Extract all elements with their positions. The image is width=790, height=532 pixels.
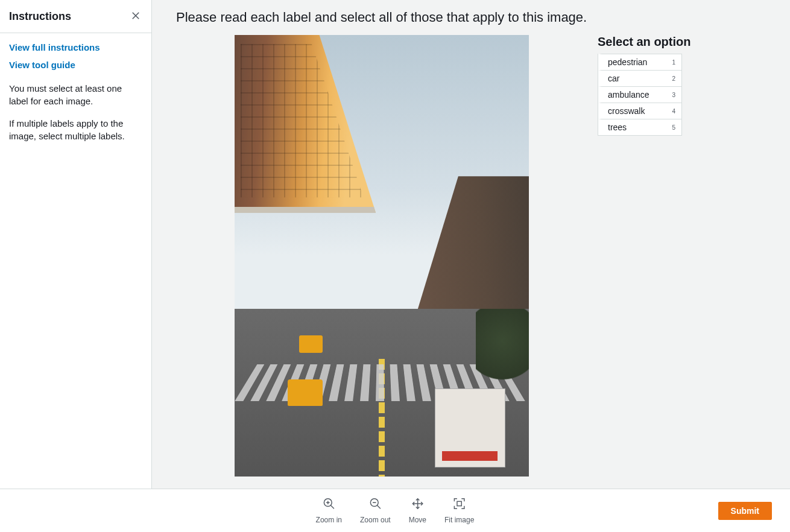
zoom-out-button[interactable]: Zoom out bbox=[358, 495, 393, 527]
options-list: pedestrian 1 car 2 ambulance 3 crosswalk… bbox=[598, 54, 682, 136]
instructions-sidebar: Instructions View full instructions View… bbox=[0, 0, 152, 489]
submit-button[interactable]: Submit bbox=[718, 502, 772, 520]
option-trees[interactable]: trees 5 bbox=[598, 119, 681, 135]
sidebar-header: Instructions bbox=[0, 0, 151, 33]
option-shortcut: 1 bbox=[672, 59, 675, 66]
option-crosswalk[interactable]: crosswalk 4 bbox=[598, 103, 681, 119]
option-shortcut: 5 bbox=[672, 124, 675, 131]
option-label: pedestrian bbox=[608, 57, 647, 67]
tool-label: Zoom out bbox=[360, 516, 391, 524]
image-wrap bbox=[176, 35, 529, 489]
options-panel: Select an option pedestrian 1 car 2 ambu… bbox=[529, 35, 766, 489]
zoom-in-icon bbox=[322, 497, 335, 512]
option-shortcut: 2 bbox=[672, 75, 675, 82]
tool-label: Fit image bbox=[444, 516, 474, 524]
close-icon[interactable] bbox=[129, 8, 142, 24]
sidebar-body: View full instructions View tool guide Y… bbox=[0, 33, 151, 161]
move-button[interactable]: Move bbox=[406, 495, 429, 527]
view-tool-guide-link[interactable]: View tool guide bbox=[9, 60, 142, 70]
option-car[interactable]: car 2 bbox=[598, 70, 681, 86]
workspace: Select an option pedestrian 1 car 2 ambu… bbox=[152, 35, 790, 489]
task-prompt: Please read each label and select all of… bbox=[152, 0, 790, 35]
option-label: car bbox=[608, 74, 619, 83]
fit-image-button[interactable]: Fit image bbox=[442, 495, 476, 527]
image-toolbar: Zoom in Zoom out Move Fit image bbox=[314, 495, 477, 527]
tool-label: Move bbox=[409, 516, 426, 524]
content-area: Please read each label and select all of… bbox=[152, 0, 790, 489]
sidebar-title: Instructions bbox=[9, 10, 71, 23]
option-pedestrian[interactable]: pedestrian 1 bbox=[598, 54, 681, 70]
option-label: ambulance bbox=[608, 90, 649, 100]
svg-line-7 bbox=[377, 505, 381, 509]
svg-line-3 bbox=[330, 505, 334, 509]
option-shortcut: 4 bbox=[672, 108, 675, 115]
svg-rect-11 bbox=[457, 501, 461, 505]
view-full-instructions-link[interactable]: View full instructions bbox=[9, 42, 142, 52]
footer: Zoom in Zoom out Move Fit image Submit bbox=[0, 489, 790, 532]
move-icon bbox=[411, 497, 424, 512]
tool-label: Zoom in bbox=[316, 516, 342, 524]
option-label: crosswalk bbox=[608, 106, 645, 116]
sidebar-paragraph-2: If multiple labels apply to the image, s… bbox=[9, 117, 142, 142]
task-image[interactable] bbox=[235, 35, 529, 477]
option-label: trees bbox=[608, 122, 627, 132]
sidebar-paragraph-1: You must select at least one label for e… bbox=[9, 82, 142, 107]
option-shortcut: 3 bbox=[672, 92, 675, 98]
fit-image-icon bbox=[453, 497, 466, 512]
zoom-out-icon bbox=[368, 497, 382, 512]
options-title: Select an option bbox=[598, 35, 766, 49]
option-ambulance[interactable]: ambulance 3 bbox=[598, 86, 681, 103]
zoom-in-button[interactable]: Zoom in bbox=[314, 495, 344, 527]
